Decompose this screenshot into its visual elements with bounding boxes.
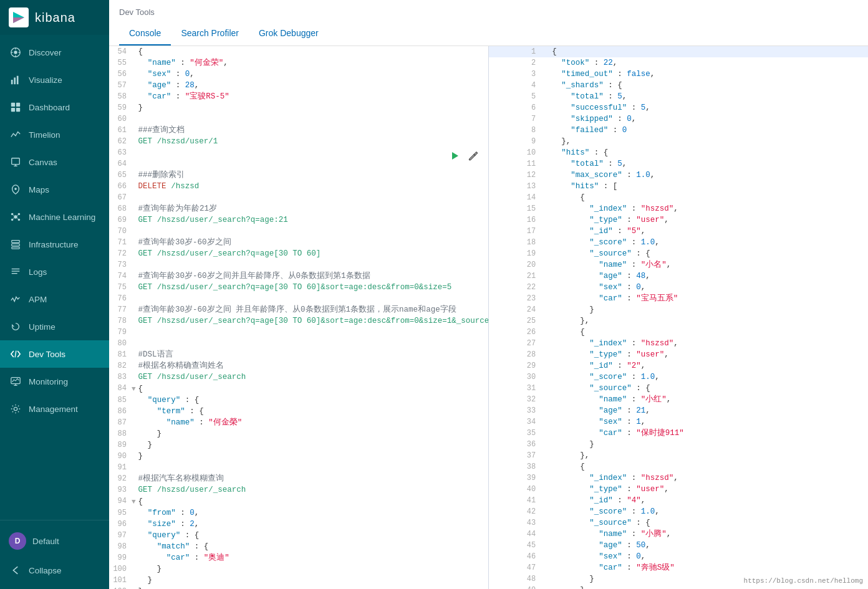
output-line: 46 "sex" : 0, [489, 551, 869, 562]
output-line: 23 "car" : "宝马五系" [489, 293, 869, 304]
line-content[interactable] [136, 158, 488, 170]
line-content[interactable]: "query" : { [136, 530, 488, 541]
line-content[interactable]: #DSL语言 [136, 349, 488, 360]
line-content[interactable]: GET /hszsd/user/_search?q=age[30 TO 60] [136, 248, 488, 259]
tools-button[interactable] [466, 148, 481, 163]
monitoring-icon [9, 375, 22, 388]
line-content[interactable]: } [136, 575, 488, 586]
line-indicator [132, 69, 136, 80]
line-indicator: ▼ [132, 383, 136, 395]
line-content[interactable]: "query" : { [136, 395, 488, 406]
svg-point-19 [18, 213, 21, 216]
sidebar-item-monitoring[interactable]: Monitoring [0, 368, 109, 395]
user-avatar: D [9, 532, 26, 550]
output-line-content: "successful" : 5, [549, 102, 868, 113]
line-content[interactable] [136, 462, 488, 473]
line-content[interactable]: "car" : "宝骏RS-5" [136, 91, 488, 102]
line-content[interactable] [136, 147, 488, 158]
line-content[interactable]: "car" : "奥迪" [136, 552, 488, 563]
sidebar-label-maps: Maps [29, 185, 49, 194]
line-content[interactable]: "name" : "何金荣", [136, 57, 488, 69]
sidebar-item-uptime[interactable]: Uptime [0, 313, 109, 340]
line-content[interactable] [136, 327, 488, 338]
line-content[interactable]: { [136, 46, 488, 57]
output-line-number: 24 [489, 304, 541, 315]
tab-search-profiler[interactable]: Search Profiler [171, 22, 249, 45]
sidebar-item-dev-tools[interactable]: Dev Tools [0, 340, 109, 368]
sidebar-item-dashboard[interactable]: Dashboard [0, 93, 109, 121]
line-content[interactable] [136, 226, 488, 237]
line-content[interactable]: GET /hszsd/user/_search?q=age[30 TO 60]&… [136, 315, 488, 327]
sidebar-item-management[interactable]: Management [0, 395, 109, 423]
line-content[interactable]: } [136, 428, 488, 439]
line-content[interactable]: } [136, 586, 488, 589]
line-content[interactable]: GET /hszsd/user/_search?q=age[30 TO 60]&… [136, 282, 488, 293]
line-indicator [132, 304, 136, 315]
line-content[interactable]: { [136, 383, 488, 395]
line-content[interactable]: GET /hszsd/user/1 [136, 136, 488, 147]
sidebar-item-collapse[interactable]: Collapse [0, 557, 109, 584]
line-number: 69 [109, 214, 132, 226]
sidebar-item-canvas[interactable]: Canvas [0, 148, 109, 176]
line-content[interactable]: #根据汽车名称模糊查询 [136, 473, 488, 484]
line-content[interactable] [136, 259, 488, 271]
line-content[interactable]: } [136, 563, 488, 575]
line-content[interactable]: } [136, 451, 488, 462]
svg-line-24 [13, 218, 14, 219]
output-line-content: "car" : "奔驰S级" [549, 562, 868, 573]
sidebar-item-apm[interactable]: APM [0, 285, 109, 313]
editor-line: 89 } [109, 439, 488, 451]
line-content[interactable]: "match" : { [136, 541, 488, 552]
output-line-number: 49 [489, 585, 541, 589]
line-content[interactable]: "sex" : 0, [136, 69, 488, 80]
editor-line: 90} [109, 451, 488, 462]
line-content[interactable]: GET /hszsd/user/_search [136, 371, 488, 383]
line-content[interactable] [136, 113, 488, 125]
line-content[interactable]: { [136, 496, 488, 507]
output-line-content: "total" : 5, [549, 91, 868, 102]
line-content[interactable] [136, 338, 488, 349]
run-button[interactable] [447, 148, 462, 163]
output-line-number: 21 [489, 271, 541, 282]
line-content[interactable]: ###查询文档 [136, 125, 488, 136]
output-line-number: 12 [489, 170, 541, 181]
line-content[interactable]: ###删除索引 [136, 170, 488, 181]
svg-point-17 [14, 215, 17, 218]
sidebar-item-maps[interactable]: Maps [0, 176, 109, 203]
sidebar-item-machine-learning[interactable]: Machine Learning [0, 203, 109, 231]
line-content[interactable]: "name" : "何金榮" [136, 417, 488, 428]
output-line: 8 "failed" : 0 [489, 125, 869, 136]
line-number: 94 [109, 496, 132, 507]
line-content[interactable]: DELETE /hszsd [136, 181, 488, 192]
editor-line: 63 [109, 147, 488, 158]
line-content[interactable]: #查询年龄30岁-60岁之间 [136, 237, 488, 248]
line-content[interactable]: } [136, 439, 488, 451]
editor-scroll[interactable]: 54{55 "name" : "何金荣",56 "sex" : 0,57 "ag… [109, 46, 488, 589]
sidebar-item-logs[interactable]: Logs [0, 258, 109, 285]
sidebar-item-discover[interactable]: Discover [0, 39, 109, 66]
line-content[interactable]: #根据名称精确查询姓名 [136, 360, 488, 371]
dev-tools-icon [9, 347, 22, 361]
line-content[interactable]: "from" : 0, [136, 507, 488, 519]
sidebar-item-timelion[interactable]: Timelion [0, 121, 109, 148]
line-content[interactable] [136, 293, 488, 304]
line-content[interactable]: #查询年龄30岁-60岁之间并且年龄降序、从0条数据到第1条数据 [136, 271, 488, 282]
sidebar-item-visualize[interactable]: Visualize [0, 66, 109, 93]
line-content[interactable] [136, 192, 488, 203]
line-indicator [132, 57, 136, 69]
sidebar-item-user[interactable]: D Default [0, 525, 109, 557]
line-content[interactable]: } [136, 102, 488, 113]
line-content[interactable]: #查询年龄30岁-60岁之间 并且年龄降序、从0条数据到第1条数据，展示name… [136, 304, 488, 315]
line-content[interactable]: "size" : 2, [136, 519, 488, 530]
line-content[interactable]: "term" : { [136, 406, 488, 417]
line-content[interactable]: #查询年龄为年龄21岁 [136, 203, 488, 214]
line-content[interactable]: "age" : 28, [136, 80, 488, 91]
tab-console[interactable]: Console [119, 22, 171, 45]
line-content[interactable]: GET /hszsd/user/_search?q=age:21 [136, 214, 488, 226]
output-line-number: 27 [489, 338, 541, 349]
output-pane[interactable]: 1{2 "took" : 22,3 "timed_out" : false,4 … [489, 46, 869, 589]
tab-grok-debugger[interactable]: Grok Debugger [249, 22, 329, 45]
sidebar-item-infrastructure[interactable]: Infrastructure [0, 231, 109, 258]
maps-icon [9, 183, 22, 196]
line-content[interactable]: GET /hszsd/user/_search [136, 484, 488, 496]
